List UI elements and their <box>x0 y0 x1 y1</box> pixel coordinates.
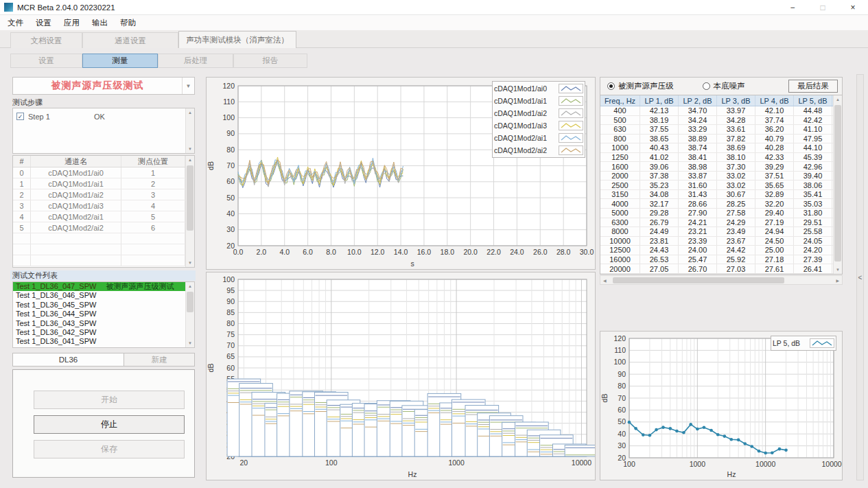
svg-text:90: 90 <box>226 297 235 305</box>
chevron-down-icon[interactable]: ▼ <box>182 78 194 94</box>
table-row[interactable]: 63037.5533.2933.6136.2041.10 <box>600 125 842 135</box>
legend-entry: cDAQ1Mod1/ai3 <box>494 119 583 132</box>
spectrum-bar-chart[interactable]: 2025303540455055606570758085909510020100… <box>207 272 595 480</box>
table-row[interactable]: 2000027.0526.7027.0327.6126.41 <box>600 264 842 274</box>
final-result-button[interactable]: 最后结果 <box>788 80 838 93</box>
results-table-scrollbar[interactable]: ▲ ▼ <box>833 95 842 274</box>
table-cell: 39.06 <box>640 162 679 171</box>
table-row[interactable]: 2cDAQ1Mod1/ai23 <box>13 189 194 200</box>
stop-button[interactable]: 停止 <box>34 415 185 434</box>
channel-table-scrollbar[interactable]: ▲ ▼ <box>185 156 194 267</box>
test-file-list: Test 1_DL36_047_SPW被测声源声压级测试Test 1_DL36_… <box>12 281 195 348</box>
scroll-down-icon[interactable]: ▼ <box>836 266 840 274</box>
scroll-thumb[interactable] <box>187 165 193 231</box>
table-row[interactable]: 400032.1728.6628.2532.2035.03 <box>600 199 842 209</box>
minimize-button[interactable]: − <box>777 0 808 15</box>
table-row[interactable]: 500029.2827.9027.5829.4031.80 <box>600 209 842 218</box>
menu-item-输出[interactable]: 输出 <box>86 16 114 30</box>
background-noise-radio[interactable] <box>703 82 710 90</box>
table-row[interactable] <box>13 255 194 266</box>
table-row[interactable]: 50038.1934.2434.2837.7442.42 <box>600 116 842 126</box>
table-row[interactable]: 5cDAQ1Mod2/ai26 <box>13 222 194 233</box>
results-table-hscrollbar[interactable]: ◀ ▶ <box>600 275 843 285</box>
new-button[interactable]: 新建 <box>124 353 195 367</box>
menu-item-应用[interactable]: 应用 <box>58 16 86 30</box>
table-row[interactable]: 1600026.5325.4725.9227.1827.39 <box>600 255 842 265</box>
sub-tab-3[interactable]: 报告 <box>233 54 307 68</box>
module-tab[interactable]: 文档设置 <box>10 32 82 48</box>
svg-text:70: 70 <box>226 341 235 349</box>
table-row[interactable]: 3cDAQ1Mod1/ai34 <box>13 200 194 211</box>
list-item[interactable]: Test 1_DL36_043_SPW <box>13 319 194 328</box>
step-checkbox[interactable]: ✓ <box>16 113 24 120</box>
svg-text:1000: 1000 <box>690 460 706 468</box>
scroll-thumb[interactable] <box>834 105 841 262</box>
table-row[interactable]: 100040.4338.7438.6940.2844.10 <box>600 143 842 153</box>
module-tab[interactable]: 声功率测试模块（消声室法） <box>178 31 296 48</box>
table-row[interactable]: 630026.7924.2124.2927.1929.51 <box>600 218 842 228</box>
table-row[interactable]: 160039.0638.9837.3039.2942.96 <box>600 162 842 172</box>
list-item[interactable]: Test 1_DL36_047_SPW被测声源声压级测试 <box>13 282 194 291</box>
table-row[interactable]: 1000023.8123.3923.6724.5024.05 <box>600 237 842 246</box>
table-cell: 37.55 <box>640 125 679 134</box>
table-row[interactable]: 4cDAQ1Mod2/ai15 <box>13 211 194 222</box>
table-cell: 40.28 <box>755 143 794 152</box>
table-row[interactable]: 40042.1334.7033.9742.1044.48 <box>600 106 842 116</box>
save-button[interactable]: 保存 <box>34 440 185 458</box>
scroll-down-icon[interactable]: ▼ <box>188 339 192 347</box>
table-row[interactable]: 800024.4923.2123.4924.9425.58 <box>600 227 842 237</box>
scroll-thumb[interactable] <box>613 277 784 283</box>
table-row[interactable]: 80038.6538.8937.8240.7947.95 <box>600 135 842 144</box>
menu-item-文件[interactable]: 文件 <box>1 16 30 30</box>
list-item[interactable]: Test 1_DL36_044_SPW <box>13 310 194 318</box>
module-tab[interactable]: 通道设置 <box>82 32 178 48</box>
table-cell: 38.74 <box>679 143 717 152</box>
channel-table: #通道名测点位置 0cDAQ1Mod1/ai011cDAQ1Mod1/ai122… <box>12 155 195 268</box>
scroll-down-icon[interactable]: ▼ <box>188 145 192 153</box>
menu-item-帮助[interactable]: 帮助 <box>114 16 142 30</box>
scroll-down-icon[interactable]: ▼ <box>188 259 192 267</box>
collapse-panel-strip[interactable]: < <box>856 74 864 480</box>
step-row[interactable]: ✓ Step 1 OK <box>13 111 194 122</box>
file-list-scrollbar[interactable]: ▲ ▼ <box>185 282 194 347</box>
sub-tab-2[interactable]: 后处理 <box>158 54 233 68</box>
svg-text:50: 50 <box>618 417 626 426</box>
test-type-dropdown[interactable]: 被测声源声压级测试 ▼ <box>12 77 195 95</box>
table-row[interactable]: 1250024.4324.0024.4225.0024.20 <box>600 246 842 255</box>
list-item[interactable]: Test 1_DL36_045_SPW <box>13 301 194 310</box>
scroll-up-icon[interactable]: ▲ <box>188 108 192 117</box>
table-cell: 4000 <box>600 199 640 208</box>
start-button[interactable]: 开始 <box>34 391 185 409</box>
table-row[interactable]: 1cDAQ1Mod1/ai12 <box>13 178 194 189</box>
source-level-radio[interactable] <box>607 82 615 90</box>
table-row[interactable]: 315034.0831.4330.6732.8935.41 <box>600 190 842 200</box>
list-item[interactable]: Test 1_DL36_041_SPW <box>13 337 194 346</box>
dl36-button[interactable]: DL36 <box>12 353 124 367</box>
scroll-up-icon[interactable]: ▲ <box>188 156 192 164</box>
lp5-chart[interactable]: 2030405060708090100110120100100010000100… <box>600 332 842 480</box>
column-header: LP 2, dB <box>679 95 717 106</box>
collapse-arrow-icon[interactable]: < <box>858 274 863 281</box>
table-row[interactable] <box>13 233 194 244</box>
step-label: Step 1 <box>28 113 94 121</box>
list-item[interactable]: Test 1_DL36_042_SPW <box>13 328 194 337</box>
scroll-right-icon[interactable]: ▶ <box>833 278 842 283</box>
table-row[interactable]: 0cDAQ1Mod1/ai01 <box>13 167 194 178</box>
table-row[interactable]: 125041.0238.4138.1042.3345.39 <box>600 153 842 163</box>
table-row[interactable]: 200037.3833.8733.0237.5139.40 <box>600 172 842 181</box>
svg-text:30: 30 <box>226 225 235 233</box>
scroll-left-icon[interactable]: ◀ <box>600 278 609 283</box>
table-row[interactable]: 250035.2331.6033.0235.6538.06 <box>600 181 842 190</box>
table-row[interactable] <box>13 244 194 255</box>
scroll-up-icon[interactable]: ▲ <box>188 282 192 290</box>
maximize-button[interactable]: □ <box>808 0 838 15</box>
sub-tab-0[interactable]: 设置 <box>10 54 82 68</box>
table-cell: 24.29 <box>717 218 755 227</box>
step-list-scrollbar[interactable]: ▲ ▼ <box>185 108 194 153</box>
sub-tab-measure[interactable]: 测量 <box>82 54 158 68</box>
scroll-thumb[interactable] <box>187 292 193 312</box>
list-item[interactable]: Test 1_DL36_046_SPW <box>13 291 194 300</box>
menu-item-设置[interactable]: 设置 <box>30 16 58 30</box>
scroll-up-icon[interactable]: ▲ <box>836 95 840 104</box>
close-button[interactable]: × <box>838 0 868 15</box>
